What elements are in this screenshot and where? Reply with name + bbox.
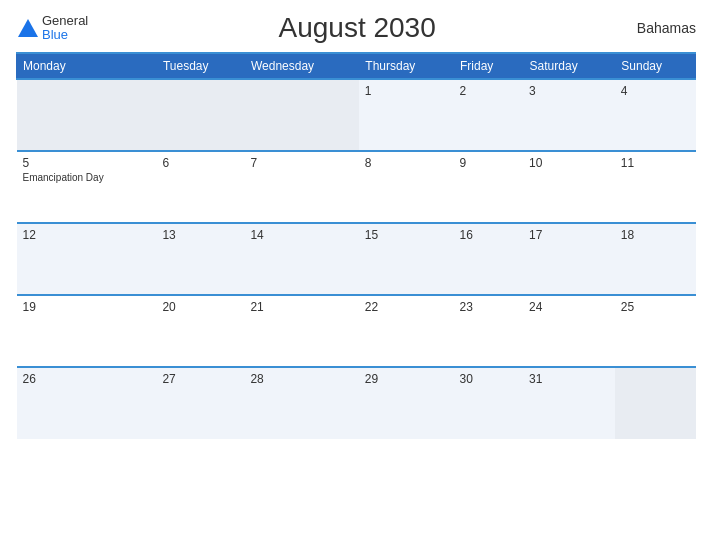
day-number: 10 xyxy=(529,156,609,170)
calendar-table: Monday Tuesday Wednesday Thursday Friday… xyxy=(16,52,696,439)
day-number: 31 xyxy=(529,372,609,386)
col-wednesday: Wednesday xyxy=(244,53,358,79)
logo-blue: Blue xyxy=(42,28,88,42)
day-number: 19 xyxy=(23,300,151,314)
calendar-cell: 9 xyxy=(454,151,524,223)
calendar-cell: 6 xyxy=(156,151,244,223)
day-number: 25 xyxy=(621,300,690,314)
day-number: 1 xyxy=(365,84,448,98)
day-number: 8 xyxy=(365,156,448,170)
calendar-week-row: 262728293031 xyxy=(17,367,696,439)
day-number: 28 xyxy=(250,372,352,386)
calendar-cell: 22 xyxy=(359,295,454,367)
day-number: 2 xyxy=(460,84,518,98)
day-number: 14 xyxy=(250,228,352,242)
month-title: August 2030 xyxy=(88,12,626,44)
day-number: 20 xyxy=(162,300,238,314)
calendar-cell: 18 xyxy=(615,223,696,295)
calendar-cell: 10 xyxy=(523,151,615,223)
calendar-cell xyxy=(17,79,157,151)
col-saturday: Saturday xyxy=(523,53,615,79)
logo: General Blue xyxy=(16,14,88,43)
calendar-week-row: 19202122232425 xyxy=(17,295,696,367)
day-number: 24 xyxy=(529,300,609,314)
day-number: 17 xyxy=(529,228,609,242)
day-number: 12 xyxy=(23,228,151,242)
calendar-cell: 5Emancipation Day xyxy=(17,151,157,223)
col-tuesday: Tuesday xyxy=(156,53,244,79)
calendar-cell: 23 xyxy=(454,295,524,367)
calendar-cell: 16 xyxy=(454,223,524,295)
day-number: 27 xyxy=(162,372,238,386)
calendar-cell xyxy=(244,79,358,151)
day-number: 7 xyxy=(250,156,352,170)
calendar-cell: 25 xyxy=(615,295,696,367)
day-number: 13 xyxy=(162,228,238,242)
logo-text: General Blue xyxy=(42,14,88,43)
calendar-cell: 11 xyxy=(615,151,696,223)
col-sunday: Sunday xyxy=(615,53,696,79)
calendar-cell: 30 xyxy=(454,367,524,439)
calendar-header-row: Monday Tuesday Wednesday Thursday Friday… xyxy=(17,53,696,79)
col-monday: Monday xyxy=(17,53,157,79)
calendar-cell: 7 xyxy=(244,151,358,223)
day-number: 15 xyxy=(365,228,448,242)
calendar-cell: 17 xyxy=(523,223,615,295)
calendar-cell xyxy=(615,367,696,439)
logo-general: General xyxy=(42,14,88,28)
country-label: Bahamas xyxy=(626,20,696,36)
day-number: 29 xyxy=(365,372,448,386)
day-number: 18 xyxy=(621,228,690,242)
calendar-cell: 26 xyxy=(17,367,157,439)
calendar-cell: 31 xyxy=(523,367,615,439)
day-number: 4 xyxy=(621,84,690,98)
day-number: 16 xyxy=(460,228,518,242)
day-number: 22 xyxy=(365,300,448,314)
calendar-week-row: 1234 xyxy=(17,79,696,151)
calendar-cell: 2 xyxy=(454,79,524,151)
day-number: 21 xyxy=(250,300,352,314)
calendar-cell: 12 xyxy=(17,223,157,295)
day-number: 6 xyxy=(162,156,238,170)
logo-triangle-icon xyxy=(18,19,38,37)
calendar-cell: 20 xyxy=(156,295,244,367)
day-number: 3 xyxy=(529,84,609,98)
calendar-cell: 3 xyxy=(523,79,615,151)
calendar-cell: 15 xyxy=(359,223,454,295)
calendar-cell: 29 xyxy=(359,367,454,439)
calendar-cell: 14 xyxy=(244,223,358,295)
day-number: 9 xyxy=(460,156,518,170)
calendar-cell xyxy=(156,79,244,151)
calendar-header: General Blue August 2030 Bahamas xyxy=(16,12,696,44)
calendar-week-row: 5Emancipation Day67891011 xyxy=(17,151,696,223)
calendar-cell: 24 xyxy=(523,295,615,367)
day-number: 5 xyxy=(23,156,151,170)
calendar-cell: 27 xyxy=(156,367,244,439)
day-number: 11 xyxy=(621,156,690,170)
calendar-cell: 19 xyxy=(17,295,157,367)
col-thursday: Thursday xyxy=(359,53,454,79)
day-number: 23 xyxy=(460,300,518,314)
calendar-cell: 21 xyxy=(244,295,358,367)
col-friday: Friday xyxy=(454,53,524,79)
day-number: 26 xyxy=(23,372,151,386)
calendar-cell: 4 xyxy=(615,79,696,151)
calendar-cell: 13 xyxy=(156,223,244,295)
calendar-week-row: 12131415161718 xyxy=(17,223,696,295)
day-number: 30 xyxy=(460,372,518,386)
calendar-cell: 1 xyxy=(359,79,454,151)
calendar-cell: 8 xyxy=(359,151,454,223)
day-event: Emancipation Day xyxy=(23,172,104,183)
calendar-cell: 28 xyxy=(244,367,358,439)
